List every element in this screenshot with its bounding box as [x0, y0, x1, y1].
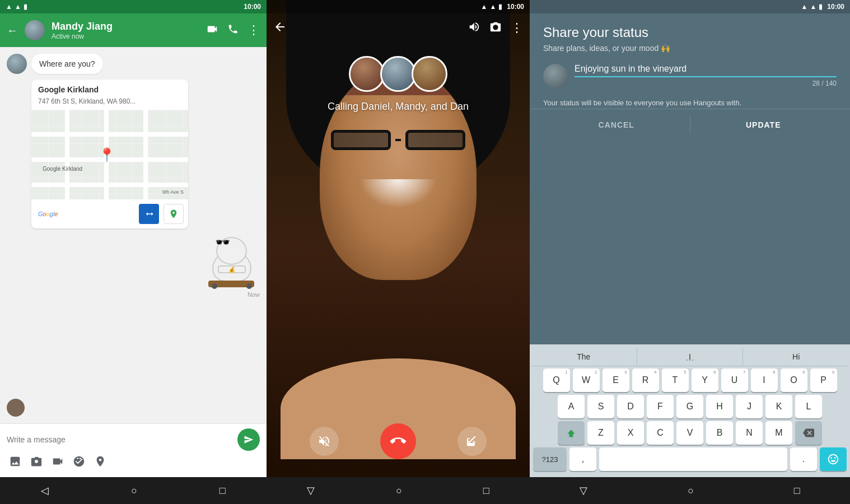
nav-home-icon[interactable]: ○	[131, 485, 137, 497]
call-nav-home[interactable]: ○	[396, 485, 402, 497]
video-off-button[interactable]	[457, 427, 487, 456]
open-maps-button[interactable]	[164, 204, 184, 224]
call-top-actions: ⋮	[468, 21, 523, 36]
keyboard-suggestions: The I ··· Hi	[531, 348, 849, 366]
chat-toolbar	[7, 451, 260, 473]
directions-button[interactable]	[139, 204, 159, 224]
shift-key[interactable]	[558, 421, 585, 445]
key-u[interactable]: U7	[721, 368, 748, 392]
location-button[interactable]	[94, 455, 106, 470]
key-m[interactable]: M	[765, 421, 792, 445]
key-t[interactable]: T5	[662, 368, 689, 392]
suggestion-the[interactable]: The	[531, 348, 637, 366]
call-back-button[interactable]	[273, 20, 287, 37]
space-key[interactable]	[599, 447, 787, 471]
key-l[interactable]: L	[795, 395, 822, 418]
key-r[interactable]: R4	[632, 368, 659, 392]
key-o[interactable]: O9	[781, 368, 807, 392]
caller-avatar-2	[380, 56, 416, 92]
emoji-key[interactable]	[820, 447, 847, 471]
map-title: Google Kirkland	[31, 80, 188, 97]
key-c[interactable]: C	[647, 421, 674, 445]
cancel-button[interactable]: CANCEL	[543, 109, 690, 141]
chat-input-area	[0, 423, 267, 477]
chat-status-bar: ▲ ▲ ▮ 10:00	[0, 0, 267, 13]
period-key[interactable]: .	[790, 447, 817, 471]
key-s[interactable]: S	[587, 395, 614, 418]
more-options-button[interactable]: ⋮	[247, 23, 260, 38]
key-d[interactable]: D	[617, 395, 644, 418]
map-message-row: Google Kirkland 747 6th St S, Kirkland, …	[7, 80, 260, 228]
key-f[interactable]: F	[647, 395, 674, 418]
key-e[interactable]: E3	[603, 368, 629, 392]
suggestion-i[interactable]: I ···	[637, 348, 744, 366]
status-wifi-icon: ▲	[801, 3, 808, 11]
sender-avatar	[7, 54, 27, 74]
call-nav-recents[interactable]: □	[483, 485, 489, 497]
key-k[interactable]: K	[765, 395, 792, 418]
key-a[interactable]: A	[558, 395, 585, 418]
keyboard-row-1: Q1 W2 E3 R4 T5 Y6 U7 I8 O9 P0	[531, 368, 849, 392]
status-input-wrapper: 28 / 140	[575, 64, 837, 87]
chat-status-time: 10:00	[244, 3, 261, 11]
status-signal-icon: ▲	[810, 3, 816, 11]
status-nav-back[interactable]: ▽	[580, 484, 587, 497]
key-z[interactable]: Z	[587, 421, 614, 445]
status-user-avatar	[543, 64, 568, 88]
key-p[interactable]: P0	[810, 368, 837, 392]
update-button[interactable]: UPDATE	[690, 109, 837, 141]
comma-key[interactable]: ,	[569, 447, 596, 471]
key-w[interactable]: W2	[573, 368, 600, 392]
key-g[interactable]: G	[676, 395, 703, 418]
symbols-key[interactable]: ?123	[533, 447, 567, 471]
send-button[interactable]	[237, 428, 260, 451]
key-x[interactable]: X	[617, 421, 644, 445]
hangup-button[interactable]	[380, 423, 416, 459]
map-label-text: Google Kirkland	[43, 166, 82, 172]
sticker-button[interactable]	[73, 455, 85, 470]
key-n[interactable]: N	[736, 421, 763, 445]
nav-back-icon[interactable]: ◁	[41, 484, 49, 497]
sticker-message: 🕶️ 💰 Now	[7, 234, 260, 298]
chat-panel: ▲ ▲ ▮ 10:00 ← Mandy Jiang Active now ⋮	[0, 0, 267, 504]
call-wifi-icon: ▲	[481, 3, 488, 11]
status-actions: CANCEL UPDATE	[530, 109, 850, 141]
status-text-input[interactable]	[575, 64, 837, 77]
image-button[interactable]	[9, 455, 21, 470]
call-nav-back[interactable]: ▽	[307, 484, 315, 497]
key-y[interactable]: Y6	[692, 368, 718, 392]
message-row: Where are you?	[7, 54, 260, 74]
suggestion-hi[interactable]: Hi	[743, 348, 849, 366]
key-h[interactable]: H	[706, 395, 733, 418]
status-time: 10:00	[827, 3, 844, 11]
back-button[interactable]: ←	[7, 24, 18, 37]
call-top-bar: ⋮	[267, 13, 530, 44]
key-v[interactable]: V	[676, 421, 703, 445]
phone-call-button[interactable]	[227, 24, 239, 38]
video-call-button[interactable]	[206, 23, 218, 38]
mute-button[interactable]	[310, 427, 339, 456]
status-content: Share your status Share plans, ideas, or…	[530, 13, 850, 344]
message-input[interactable]	[7, 433, 233, 446]
map-card[interactable]: Google Kirkland 747 6th St S, Kirkland, …	[31, 80, 188, 228]
status-nav-home[interactable]: ○	[688, 485, 694, 497]
keyboard-row-2: A S D F G H J K L	[531, 395, 849, 418]
camera-button[interactable]	[30, 455, 43, 470]
flip-camera-button[interactable]	[489, 21, 502, 36]
call-bottom-nav: ▽ ○ □	[267, 477, 530, 504]
video-button[interactable]	[52, 455, 64, 470]
speaker-button[interactable]	[468, 21, 480, 36]
caller-avatar-3	[412, 56, 447, 92]
key-q[interactable]: Q1	[543, 368, 570, 392]
call-more-options-button[interactable]: ⋮	[511, 21, 523, 36]
key-j[interactable]: J	[736, 395, 763, 418]
status-title: Share your status	[543, 25, 837, 40]
caller-avatars	[349, 56, 447, 92]
key-i[interactable]: I8	[751, 368, 778, 392]
chat-bottom-nav: ◁ ○ □	[0, 477, 267, 504]
key-b[interactable]: B	[706, 421, 733, 445]
status-nav-recents[interactable]: □	[794, 485, 800, 497]
battery-icon: ▮	[24, 3, 27, 11]
nav-recents-icon[interactable]: □	[219, 485, 226, 497]
delete-key[interactable]	[795, 421, 822, 445]
